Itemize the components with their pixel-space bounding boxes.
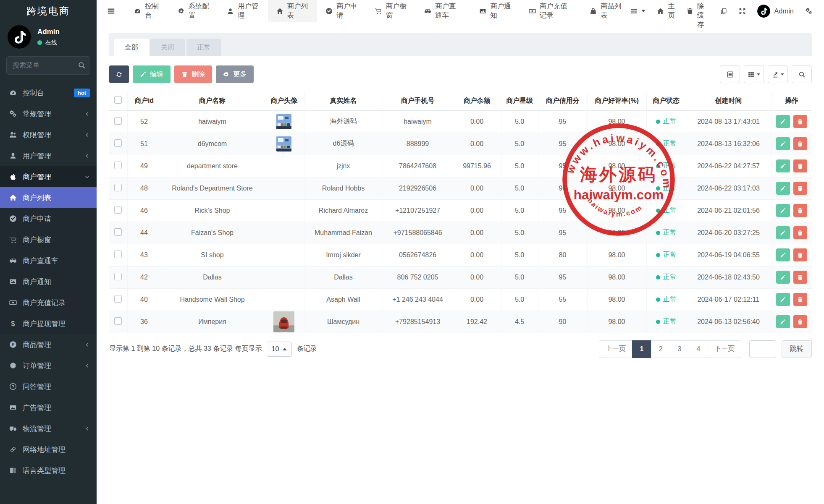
row-delete-button[interactable] <box>793 182 807 195</box>
page-jump-button[interactable]: 跳转 <box>782 340 812 358</box>
nav-tab-商户列表[interactable]: 商户列表 <box>268 0 317 22</box>
sidebar-item-控制台[interactable]: 控制台hot <box>0 82 97 103</box>
row-edit-button[interactable] <box>776 159 790 172</box>
search-toggle-button[interactable] <box>792 65 812 83</box>
row-checkbox[interactable] <box>114 139 122 147</box>
row-checkbox[interactable] <box>114 162 122 169</box>
filter-tab-关闭[interactable]: 关闭 <box>150 39 185 56</box>
sidebar-item-用户管理[interactable]: 用户管理 <box>0 145 97 166</box>
row-checkbox[interactable] <box>114 295 122 303</box>
sidebar-toggle-button[interactable] <box>97 0 126 22</box>
row-checkbox[interactable] <box>114 273 122 280</box>
sidebar-item-商品管理[interactable]: P商品管理 <box>0 334 97 355</box>
row-delete-button[interactable] <box>793 159 807 172</box>
page-button-4[interactable]: 4 <box>689 340 708 358</box>
delete-button[interactable]: 删除 <box>174 65 212 83</box>
select-all-checkbox[interactable] <box>114 96 122 104</box>
tab-list-dropdown[interactable] <box>630 8 646 15</box>
nav-settings-button[interactable] <box>805 8 812 15</box>
nav-tab-商品列表[interactable]: 商品列表 <box>581 0 630 22</box>
sidebar-item-广告管理[interactable]: 广告管理 <box>0 397 97 418</box>
sidebar-item-商户橱窗[interactable]: 商户橱窗 <box>0 229 97 250</box>
sidebar-item-问答管理[interactable]: ?问答管理 <box>0 376 97 397</box>
cell-star-level: 5.0 <box>501 155 538 177</box>
row-delete-button[interactable] <box>793 315 807 328</box>
sidebar-item-权限管理[interactable]: 权限管理 <box>0 124 97 145</box>
detail-view-button[interactable] <box>720 65 740 83</box>
filter-tab-全部[interactable]: 全部 <box>114 39 149 56</box>
fullscreen-button[interactable] <box>739 8 746 15</box>
row-edit-button[interactable] <box>776 204 790 217</box>
row-checkbox[interactable] <box>114 251 122 258</box>
toolbar-actions: 编辑删除更多 <box>109 65 254 83</box>
row-delete-button[interactable] <box>793 204 807 217</box>
sidebar-item-商户申请[interactable]: 商户申请 <box>0 208 97 229</box>
row-checkbox[interactable] <box>114 117 122 125</box>
page-button-上一页[interactable]: 上一页 <box>599 340 632 358</box>
row-checkbox[interactable] <box>114 206 122 214</box>
nav-tab-商户通知[interactable]: 商户通知 <box>471 0 520 22</box>
page-button-1[interactable]: 1 <box>632 340 651 358</box>
page-button-下一页[interactable]: 下一页 <box>708 340 741 358</box>
nav-tab-控制台[interactable]: 控制台 <box>126 0 169 22</box>
trash-icon <box>181 71 188 78</box>
sidebar-item-商户充值记录[interactable]: 商户充值记录 <box>0 292 97 313</box>
page-jump-input[interactable] <box>749 340 776 358</box>
cell-credit-score: 95 <box>538 155 587 177</box>
row-delete-button[interactable] <box>793 137 807 150</box>
nav-tab-label: 商户充值记录 <box>540 2 573 20</box>
search-icon[interactable] <box>78 61 86 69</box>
cell-phone: +79285154913 <box>383 311 453 333</box>
row-delete-button[interactable] <box>793 293 807 306</box>
nav-tab-商户直通车[interactable]: 商户直通车 <box>416 0 471 22</box>
filter-tab-正常[interactable]: 正常 <box>186 39 221 56</box>
toggle-columns-button[interactable] <box>744 65 764 83</box>
nav-user-menu[interactable]: Admin <box>757 5 794 18</box>
row-delete-button[interactable] <box>793 271 807 284</box>
sidebar-item-订单管理[interactable]: 订单管理 <box>0 355 97 376</box>
sidebar-item-label: 商户申请 <box>23 214 51 224</box>
row-edit-button[interactable] <box>776 315 790 328</box>
sidebar-item-商户提现管理[interactable]: $商户提现管理 <box>0 313 97 334</box>
page-button-2[interactable]: 2 <box>651 340 670 358</box>
row-edit-button[interactable] <box>776 248 790 261</box>
nav-tab-商户橱窗[interactable]: 商户橱窗 <box>366 0 415 22</box>
row-edit-button[interactable] <box>776 271 790 284</box>
sidebar-item-商户管理[interactable]: 商户管理 <box>0 166 97 187</box>
sidebar-item-商户列表[interactable]: 商户列表 <box>0 187 97 208</box>
row-delete-button[interactable] <box>793 248 807 261</box>
sidebar-item-物流管理[interactable]: 物流管理 <box>0 418 97 439</box>
nav-tab-商户充值记录[interactable]: 商户充值记录 <box>520 0 581 22</box>
sidebar-item-商户直通车[interactable]: 商户直通车 <box>0 250 97 271</box>
clear-cache-button[interactable]: 清除缓存 <box>686 0 709 29</box>
row-checkbox[interactable] <box>114 228 122 236</box>
nav-tab-label: 商户直通车 <box>435 2 462 20</box>
export-button[interactable] <box>768 65 788 83</box>
row-edit-button[interactable] <box>776 182 790 195</box>
cell-credit-score: 95 <box>538 177 587 199</box>
edit-button[interactable]: 编辑 <box>133 65 171 83</box>
page-button-3[interactable]: 3 <box>670 340 689 358</box>
row-edit-button[interactable] <box>776 115 790 128</box>
sidebar-item-常规管理[interactable]: 常规管理 <box>0 103 97 124</box>
docs-copy-button[interactable] <box>720 8 727 15</box>
sidebar-item-语言类型管理[interactable]: 语言类型管理 <box>0 460 97 481</box>
nav-tab-商户申请[interactable]: 商户申请 <box>317 0 366 22</box>
cell-select <box>109 110 127 133</box>
more-button[interactable]: 更多 <box>216 65 254 83</box>
row-edit-button[interactable] <box>776 293 790 306</box>
sidebar-item-网络地址管理[interactable]: 网络地址管理 <box>0 439 97 460</box>
sidebar-item-商户通知[interactable]: 商户通知 <box>0 271 97 292</box>
nav-tab-系统配置[interactable]: 系统配置 <box>169 0 218 22</box>
row-edit-button[interactable] <box>776 226 790 239</box>
refresh-button[interactable] <box>109 65 129 83</box>
page-size-select[interactable]: 10 <box>267 342 292 357</box>
nav-home-button[interactable]: 主页 <box>657 2 675 20</box>
row-checkbox[interactable] <box>114 184 122 191</box>
row-delete-button[interactable] <box>793 115 807 128</box>
row-delete-button[interactable] <box>793 226 807 239</box>
row-checkbox[interactable] <box>114 317 122 325</box>
nav-tab-用户管理[interactable]: 用户管理 <box>218 0 268 22</box>
sidebar-submenu: 商户列表商户申请商户橱窗商户直通车商户通知商户充值记录$商户提现管理 <box>0 187 97 334</box>
row-edit-button[interactable] <box>776 137 790 150</box>
